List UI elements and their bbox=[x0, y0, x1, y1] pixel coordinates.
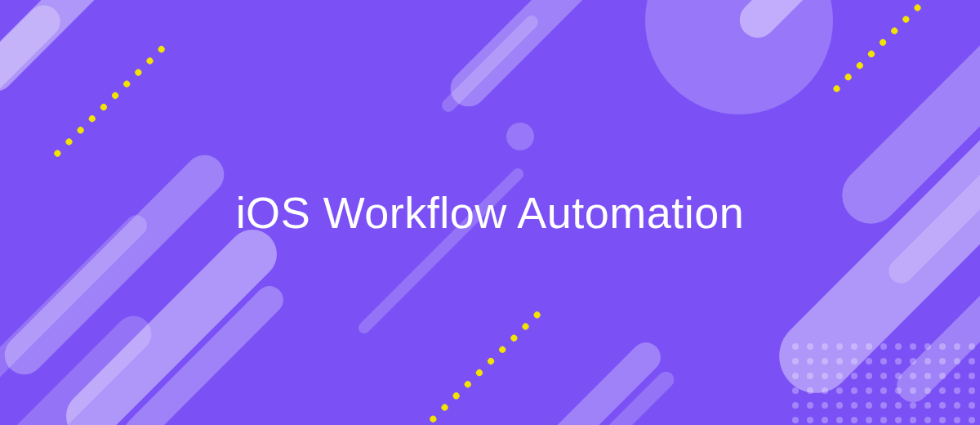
yellow-dots-decoration bbox=[53, 45, 167, 159]
banner-title: iOS Workflow Automation bbox=[236, 187, 745, 238]
banner: iOS Workflow Automation bbox=[0, 0, 980, 425]
yellow-dots-decoration bbox=[429, 311, 542, 424]
dot-grid-decoration bbox=[792, 343, 980, 423]
yellow-dots-decoration bbox=[832, 3, 922, 93]
decorative-circle bbox=[506, 123, 534, 150]
decorative-pill bbox=[439, 13, 541, 114]
decorative-pill bbox=[0, 0, 67, 149]
decorative-pill bbox=[542, 337, 667, 425]
